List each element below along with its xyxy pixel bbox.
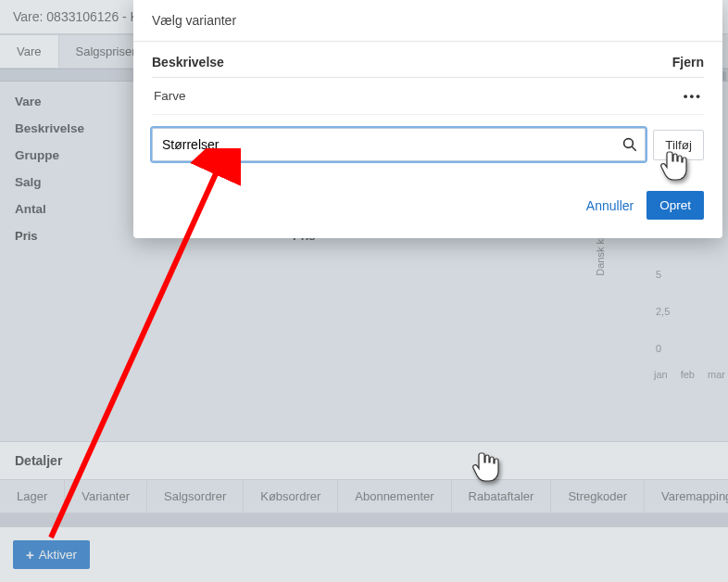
tab-rabataftaler[interactable]: Rabataftaler xyxy=(451,480,551,512)
label-antal: Antal xyxy=(15,202,46,216)
modal-column-headers: Beskrivelse Fjern xyxy=(152,55,704,78)
opret-button[interactable]: Opret xyxy=(646,191,704,220)
hscroll-bottom[interactable] xyxy=(0,513,728,526)
tab-varianter[interactable]: Varianter xyxy=(64,480,146,512)
tab-salgsordrer[interactable]: Salgsordrer xyxy=(146,480,243,512)
tab-varemapping[interactable]: Varemapping xyxy=(644,480,728,512)
details-tabs: Lager Varianter Salgsordrer Købsordrer A… xyxy=(0,480,728,513)
label-beskrivelse: Beskrivelse xyxy=(15,121,84,135)
col-fjern: Fjern xyxy=(672,55,704,70)
chart-tick-0: 0 xyxy=(656,343,661,354)
row-actions-menu[interactable]: ••• xyxy=(684,89,702,103)
modal-title: Vælg varianter xyxy=(133,0,722,42)
variant-add-row: Tilføj xyxy=(152,128,704,161)
chart-ylabel: Dansk kr xyxy=(595,235,606,275)
variant-search-wrap xyxy=(152,128,646,161)
footer-bar: + Aktiver xyxy=(0,526,728,582)
tab-vare[interactable]: Vare xyxy=(0,34,59,68)
details-header: Detaljer xyxy=(0,442,728,480)
chart-months: jan feb mar xyxy=(654,369,725,380)
page-title: Vare: 0833106126 - K xyxy=(13,9,139,24)
variant-search-input[interactable] xyxy=(152,128,646,161)
label-pris-1: Pris xyxy=(15,229,38,243)
aktiver-button[interactable]: + Aktiver xyxy=(13,540,90,569)
aktiver-label: Aktiver xyxy=(39,548,77,562)
label-vare: Vare xyxy=(15,95,42,108)
tab-lager[interactable]: Lager xyxy=(0,480,64,512)
variant-row-farve: Farve ••• xyxy=(152,78,704,115)
modal-body: Beskrivelse Fjern Farve ••• Tilføj xyxy=(133,42,722,171)
tab-abonnementer[interactable]: Abonnementer xyxy=(337,480,450,512)
label-gruppe: Gruppe xyxy=(15,148,59,162)
details-section: Detaljer Lager Varianter Salgsordrer Køb… xyxy=(0,441,728,526)
plus-icon: + xyxy=(26,548,34,562)
chart-tick-5: 5 xyxy=(656,269,661,280)
modal-footer: Annuller Opret xyxy=(133,171,722,238)
label-salg: Salg xyxy=(15,175,42,189)
tilfoj-button[interactable]: Tilføj xyxy=(653,130,704,160)
col-beskrivelse: Beskrivelse xyxy=(152,55,224,70)
tab-stregkoder[interactable]: Stregkoder xyxy=(550,480,644,512)
variant-name: Farve xyxy=(154,89,186,103)
chart-tick-2-5: 2,5 xyxy=(656,306,670,317)
tab-kobsordrer[interactable]: Købsordrer xyxy=(243,480,337,512)
annuller-button[interactable]: Annuller xyxy=(586,198,634,213)
chart-fragment: Dansk kr 5 2,5 0 jan feb mar xyxy=(598,213,728,426)
variant-modal: Vælg varianter Beskrivelse Fjern Farve •… xyxy=(133,0,722,238)
